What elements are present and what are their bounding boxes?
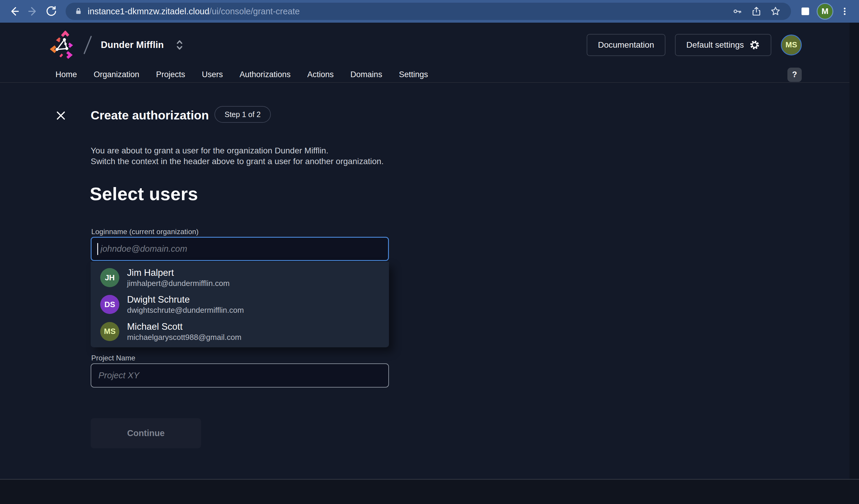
key-icon xyxy=(732,6,742,16)
url-text: instance1-dkmnzw.zitadel.cloud/ui/consol… xyxy=(88,6,300,16)
header-actions: Documentation Default settings MS xyxy=(587,34,802,56)
nav-item-authorizations[interactable]: Authorizations xyxy=(240,70,290,79)
user-name: Jim Halpert xyxy=(127,267,230,279)
lock-icon xyxy=(74,7,83,16)
project-name-input[interactable] xyxy=(91,363,389,388)
close-wizard-button[interactable] xyxy=(54,109,67,122)
share-icon xyxy=(751,6,762,16)
user-option-dwight-schrute[interactable]: DS Dwight Schrute dwightschrute@dundermi… xyxy=(91,291,389,318)
user-option-michael-scott[interactable]: MS Michael Scott michaelgaryscott988@gma… xyxy=(91,318,389,345)
help-button[interactable]: ? xyxy=(787,68,802,82)
back-arrow-icon xyxy=(8,5,20,17)
project-name-label: Project Name xyxy=(91,354,135,362)
url-host: instance1-dkmnzw.zitadel.cloud xyxy=(88,6,209,16)
url-path: /ui/console/grant-create xyxy=(209,6,300,16)
user-email: michaelgaryscott988@gmail.com xyxy=(127,332,241,342)
nav-item-projects[interactable]: Projects xyxy=(156,70,185,79)
scrollbar-track[interactable] xyxy=(849,22,859,504)
documentation-button[interactable]: Documentation xyxy=(587,34,665,56)
user-avatar[interactable]: MS xyxy=(781,34,802,56)
page-title: Create authorization xyxy=(91,108,209,123)
browser-toolbar: instance1-dkmnzw.zitadel.cloud/ui/consol… xyxy=(0,0,859,22)
breadcrumb-slash xyxy=(84,35,92,54)
bookmark-star-icon xyxy=(770,6,781,17)
user-option-text: Dwight Schrute dwightschrute@dundermiffl… xyxy=(127,294,244,315)
org-context-name[interactable]: Dunder Mifflin xyxy=(101,40,164,50)
password-key-button[interactable] xyxy=(730,4,744,18)
nav-item-actions[interactable]: Actions xyxy=(307,70,334,79)
forward-arrow-icon xyxy=(27,5,39,17)
avatar: MS xyxy=(100,322,119,341)
avatar: JH xyxy=(100,268,119,287)
user-email: dwightschrute@dundermifflin.com xyxy=(127,305,244,315)
bookmark-button[interactable] xyxy=(768,4,783,18)
user-option-text: Jim Halpert jimhalpert@dundermifflin.com xyxy=(127,267,230,288)
continue-button[interactable]: Continue xyxy=(91,418,201,448)
reload-icon xyxy=(46,6,57,17)
zitadel-console: Dunder Mifflin Documentation Default set… xyxy=(0,22,859,504)
section-title: Select users xyxy=(90,184,198,204)
description-line-2: Switch the context in the header above t… xyxy=(91,156,383,167)
main-nav: Home Organization Projects Users Authori… xyxy=(0,67,849,83)
browser-reload-button[interactable] xyxy=(44,4,59,18)
close-icon xyxy=(55,110,67,122)
browser-forward-button[interactable] xyxy=(26,4,40,18)
user-suggestions-dropdown: JH Jim Halpert jimhalpert@dundermifflin.… xyxy=(91,262,389,347)
avatar: DS xyxy=(100,295,119,314)
description-line-1: You are about to grant a user for the or… xyxy=(91,145,383,156)
org-switcher-chevrons-icon[interactable] xyxy=(175,38,185,51)
nav-item-home[interactable]: Home xyxy=(56,70,77,79)
browser-address-bar[interactable]: instance1-dkmnzw.zitadel.cloud/ui/consol… xyxy=(65,3,791,20)
side-panel-button[interactable] xyxy=(798,4,813,18)
user-name: Michael Scott xyxy=(127,321,241,332)
nav-item-settings[interactable]: Settings xyxy=(399,70,428,79)
footer-band xyxy=(0,479,859,504)
nav-item-users[interactable]: Users xyxy=(202,70,223,79)
browser-menu-button[interactable] xyxy=(838,4,852,18)
nav-item-organization[interactable]: Organization xyxy=(94,70,139,79)
share-button[interactable] xyxy=(749,4,764,18)
side-panel-icon xyxy=(800,6,810,16)
overflow-menu-icon xyxy=(840,6,849,16)
wizard-description: You are about to grant a user for the or… xyxy=(91,145,383,167)
user-option-text: Michael Scott michaelgaryscott988@gmail.… xyxy=(127,321,241,342)
zitadel-logo-icon[interactable] xyxy=(49,31,78,59)
nav-item-domains[interactable]: Domains xyxy=(350,70,382,79)
loginname-input[interactable] xyxy=(91,237,389,261)
gear-icon xyxy=(749,40,760,50)
loginname-label: Loginname (current organization) xyxy=(91,227,199,236)
text-caret xyxy=(97,243,98,255)
default-settings-label: Default settings xyxy=(686,40,744,50)
user-name: Dwight Schrute xyxy=(127,294,244,305)
browser-profile-avatar[interactable]: M xyxy=(817,3,833,20)
user-email: jimhalpert@dundermifflin.com xyxy=(127,279,230,288)
documentation-label: Documentation xyxy=(598,40,654,50)
browser-back-button[interactable] xyxy=(7,4,21,18)
user-option-jim-halpert[interactable]: JH Jim Halpert jimhalpert@dundermifflin.… xyxy=(91,264,389,291)
app-header: Dunder Mifflin Documentation Default set… xyxy=(0,22,849,67)
default-settings-button[interactable]: Default settings xyxy=(675,34,771,56)
step-badge: Step 1 of 2 xyxy=(214,106,271,123)
